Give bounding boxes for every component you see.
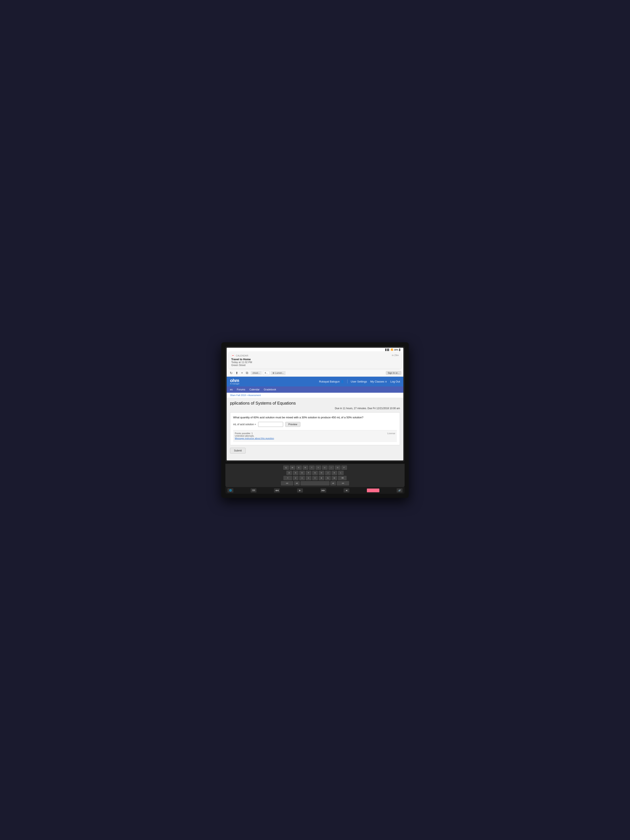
key-z: Z [293,476,298,480]
key-p: P [341,466,347,470]
tabs-btn[interactable]: ⧉ [245,371,249,376]
taskbar-icon-vol: 🔊 [397,488,403,493]
question-footer: Points possible: 1 Unlimited attempts. M… [233,430,397,442]
nav-user-settings[interactable]: User Settings [351,380,367,383]
keyboard-row-1: Q W E R T Y U I O P [226,466,404,470]
event-title: Travel to Home [231,358,252,361]
keyboard-area: Q W E R T Y U I O P A S D F G H J K L ⇧ … [226,464,404,487]
points-possible: Points possible: 1 [235,432,274,434]
key-e: E [296,466,302,470]
question-text: What quantity of 60% acid solution must … [233,415,397,420]
key-o: O [335,466,341,470]
sub-nav: es Forums Calendar Gradebook [227,387,403,393]
add-tab-btn[interactable]: + [240,371,244,376]
ios-status-bar: ▌▌▌ 📶 39% ▌ [227,348,403,352]
wifi-icon: 📶 [391,349,393,351]
key-m: M [332,476,337,480]
address-segment-2[interactable]: lf... [263,371,270,375]
key-c: C [306,476,311,480]
footer-top: Points possible: 1 Unlimited attempts. M… [235,432,395,440]
key-space [300,481,330,486]
sub-nav-forums[interactable]: Forums [237,388,245,392]
key-j: J [325,471,331,475]
battery-percentage: 39% [394,349,398,351]
event-location: Green Street [231,364,252,367]
toolbar-actions: Sign In or... [386,371,401,375]
taskbar-icon-arrow: ◀ [344,488,349,493]
breadcrumb: 30am Fall 2018 > Assessment [227,393,403,398]
taskbar-icon-globe: 🌐 [227,488,233,493]
calendar-day-icon: 20 [231,354,235,357]
pink-sticker [367,488,379,492]
key-v: V [312,476,318,480]
laptop-container: ▌▌▌ 📶 39% ▌ 20 CALENDAR Travel to Home [221,342,409,498]
notification-header: 20 CALENDAR [231,354,252,357]
key-ctrl-r: ctrl [337,481,349,486]
submit-button[interactable]: Submit [230,448,246,453]
sub-nav-gradebook[interactable]: Gradebook [264,388,276,392]
key-ctrl: ctrl [281,481,293,486]
app-logo: ohm rk manager [230,378,240,385]
key-alt-r: alt [330,481,336,486]
app-nav: Rukayat Balogun 👤 User Settings My Class… [319,380,400,383]
keyboard-row-3: ⇧ Z X C V B N M ⌫ [226,476,404,480]
logo-sub: rk manager [230,383,240,385]
address-segment-lumen: ⊗ Lumen... [271,371,286,375]
footer-left: Points possible: 1 Unlimited attempts. M… [235,432,274,440]
sub-nav-calendar[interactable]: Calendar [249,388,260,392]
key-shift: ⇧ [283,476,292,480]
keyboard-row-2: A S D F G H J K L [226,471,404,475]
key-w: W [290,466,295,470]
preview-button[interactable]: Preview [285,422,300,427]
browser-toolbar: ↻ ⬆ + ⧉ chool... lf... ⊗ Lumen... Sign I… [227,369,403,377]
question-card: What quantity of 60% acid solution must … [230,412,400,445]
key-r: R [303,466,308,470]
share-btn[interactable]: ⬆ [234,371,239,376]
key-l: L [338,471,344,475]
key-i: I [328,466,334,470]
due-date: Due in 11 hours, 27 minutes. Due Fri 12/… [230,407,400,410]
page-title: pplications of Systems of Equations [230,401,400,406]
address-bar: chool... lf... ⊗ Lumen... [251,371,384,375]
sign-in-btn[interactable]: Sign In or... [386,371,401,375]
key-q: Q [283,466,289,470]
key-a: A [286,471,292,475]
key-y: Y [316,466,321,470]
taskbar-icon-fwd: ▶▶ [321,488,326,493]
nav-user: Rukayat Balogun 👤 [319,380,344,383]
keyboard-row-4: ctrl alt alt ctrl [226,481,404,486]
user-icon: 👤 [341,380,344,383]
nav-log-out[interactable]: Log Out [390,380,400,383]
key-n: N [325,476,331,480]
key-backspace: ⌫ [338,476,347,480]
key-b: B [319,476,324,480]
main-content: pplications of Systems of Equations Due … [227,398,403,460]
calendar-label: CALENDAR [236,354,248,357]
key-h: H [319,471,324,475]
nav-my-classes[interactable]: My Classes ∨ [370,380,387,383]
chevron-down-icon: ∨ [385,380,387,383]
battery-icon: ▌ [399,349,401,351]
address-segment-1: chool... [251,371,262,375]
status-icons: ▌▌▌ 📶 39% ▌ [385,349,401,351]
key-x: X [299,476,305,480]
taskbar-icon-play: ▶ [297,488,303,493]
browser-frame: ▌▌▌ 📶 39% ▌ 20 CALENDAR Travel to Home [227,348,403,460]
license-link[interactable]: License [387,432,395,440]
answer-label: mL of acid solution = [233,423,256,426]
refresh-btn[interactable]: ↻ [229,371,234,376]
key-g: G [312,471,318,475]
calendar-notification[interactable]: 20 CALENDAR Travel to Home Today at 11:0… [228,352,402,369]
event-time: Today at 11:02 PM [231,361,252,364]
nav-buttons: ↻ ⬆ + ⧉ [229,371,249,376]
sub-nav-es[interactable]: es [230,388,233,392]
breadcrumb-link[interactable]: 30am Fall 2018 > Assessment [230,394,261,396]
key-t: T [309,466,315,470]
key-k: K [332,471,337,475]
answer-input[interactable] [258,422,283,427]
signal-icon: ▌▌▌ [385,349,390,351]
attempts-info: Unlimited attempts. [235,434,274,437]
notification-time: in 29m [392,354,399,357]
key-alt: alt [294,481,300,486]
message-instructor-link[interactable]: Message instructor about this question [235,437,274,440]
